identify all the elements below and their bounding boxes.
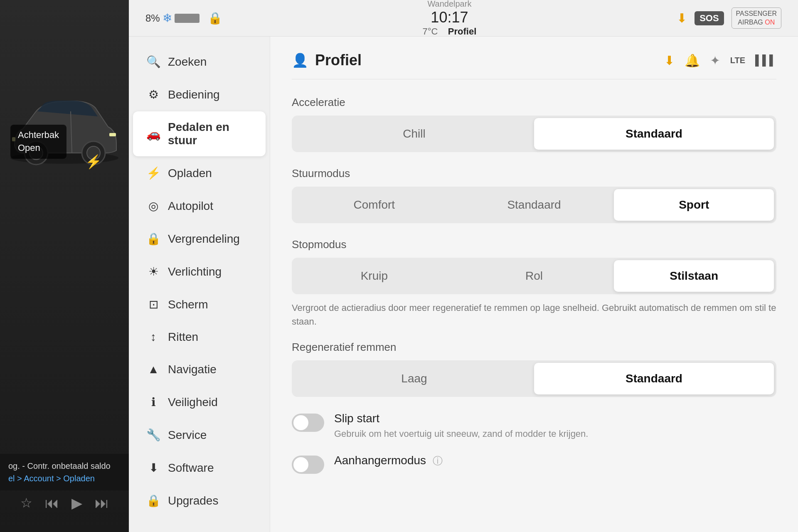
trunk-status: Achterbak Open <box>10 125 66 159</box>
standaard-accel-button[interactable]: Standaard <box>534 118 774 150</box>
slip-start-text: Slip start Gebruik om het voertuig uit s… <box>334 412 776 441</box>
stuurmodus-label: Stuurmodus <box>292 167 776 180</box>
lte-signal: LTE <box>730 56 745 65</box>
sidebar-item-bediening[interactable]: ⚙ Bediening <box>133 79 266 111</box>
sidebar-item-verlichting[interactable]: ☀ Verlichting <box>133 256 266 288</box>
profile-header: 👤 Profiel ⬇ 🔔 ✦ LTE ▌▌▌ <box>292 52 776 79</box>
stopmodus-label: Stopmodus <box>292 238 776 251</box>
location-text: Wandelpark <box>427 0 471 9</box>
sidebar-item-opladen[interactable]: ⚡ Opladen <box>133 157 266 189</box>
download-icon: ⬇ <box>677 11 687 25</box>
laag-button[interactable]: Laag <box>294 363 534 394</box>
regeneratief-label: Regeneratief remmen <box>292 341 776 354</box>
stopmodus-description: Vergroot de actieradius door meer regene… <box>292 301 776 328</box>
sidebar-item-software[interactable]: ⬇ Software <box>133 452 266 484</box>
stilstaan-button[interactable]: Stilstaan <box>614 260 774 292</box>
sidebar-item-zoeken[interactable]: 🔍 Zoeken <box>133 46 266 78</box>
regeneratief-group: Laag Standaard <box>292 360 776 397</box>
aanhanger-title: Aanhangermodus ⓘ <box>334 454 776 468</box>
opladen-icon: ⚡ <box>146 166 160 180</box>
profile-title: Profiel <box>315 52 362 69</box>
sos-button[interactable]: SOS <box>695 11 724 25</box>
upgrades-icon: 🔒 <box>146 494 160 507</box>
sidebar-item-scherm[interactable]: ⊡ Scherm <box>133 288 266 320</box>
scherm-icon: ⊡ <box>146 298 160 311</box>
slip-start-toggle[interactable] <box>292 414 324 432</box>
play-button[interactable]: ▶ <box>71 495 82 511</box>
comfort-button[interactable]: Comfort <box>294 189 454 221</box>
battery-bar <box>175 14 200 23</box>
sidebar: 🔍 Zoeken ⚙ Bediening 🚗 Pedalen en stuur … <box>129 37 270 532</box>
acceleratie-section: Acceleratie Chill Standaard <box>292 96 776 152</box>
lightning-icon: ⚡ <box>85 154 102 170</box>
acceleratie-group: Chill Standaard <box>292 116 776 152</box>
aanhanger-text: Aanhangermodus ⓘ <box>334 454 776 470</box>
svg-rect-6 <box>109 133 116 136</box>
slip-start-description: Gebruik om het voertuig uit sneeuw, zand… <box>334 428 776 441</box>
stopmodus-section: Stopmodus Kruip Rol Stilstaan Vergroot d… <box>292 238 776 328</box>
service-icon: 🔧 <box>146 428 160 442</box>
sidebar-item-pedalen[interactable]: 🚗 Pedalen en stuur <box>133 111 266 156</box>
info-icon[interactable]: ⓘ <box>433 455 443 466</box>
media-controls: ☆ ⏮ ▶ ⏭ <box>0 495 129 520</box>
car-panel: Achterbak Open ⚡ og. - Contr. onbetaald … <box>0 0 129 532</box>
sidebar-item-autopilot[interactable]: ◎ Autopilot <box>133 190 266 222</box>
payment-notice[interactable]: og. - Contr. onbetaald saldo el > Accoun… <box>0 454 129 490</box>
profile-title-row: 👤 Profiel <box>292 52 362 69</box>
autopilot-icon: ◎ <box>146 199 160 213</box>
acceleratie-label: Acceleratie <box>292 96 776 109</box>
sidebar-item-vergrendeling[interactable]: 🔒 Vergrendeling <box>133 223 266 255</box>
aanhanger-row: Aanhangermodus ⓘ <box>292 454 776 474</box>
chill-button[interactable]: Chill <box>294 118 534 150</box>
previous-button[interactable]: ⏮ <box>45 495 59 511</box>
sport-button[interactable]: Sport <box>614 189 774 221</box>
slip-start-title: Slip start <box>334 412 776 425</box>
search-icon: 🔍 <box>146 55 160 69</box>
status-right: ⬇ SOS PASSENGERAIRBAG ON <box>677 7 781 29</box>
software-icon: ⬇ <box>146 461 160 475</box>
header-icons: ⬇ 🔔 ✦ LTE ▌▌▌ <box>664 53 776 68</box>
status-left: 8% ❄ 🔒 <box>145 11 222 25</box>
stuurmodus-group: Comfort Standaard Sport <box>292 187 776 223</box>
stuurmodus-section: Stuurmodus Comfort Standaard Sport <box>292 167 776 223</box>
profile-icon: 👤 <box>292 52 308 68</box>
status-center: Wandelpark 10:17 7°C Profiel <box>422 0 476 37</box>
snowflake-icon: ❄ <box>163 11 172 25</box>
next-button[interactable]: ⏭ <box>95 495 109 511</box>
standaard-stuur-button[interactable]: Standaard <box>454 189 614 221</box>
status-bar: 8% ❄ 🔒 Wandelpark 10:17 7°C Profiel ⬇ SO… <box>129 0 798 37</box>
vergrendeling-icon: 🔒 <box>146 232 160 246</box>
navigatie-icon: ▲ <box>146 363 160 376</box>
stopmodus-group: Kruip Rol Stilstaan <box>292 258 776 294</box>
kruip-button[interactable]: Kruip <box>294 260 454 292</box>
main-content: 🔍 Zoeken ⚙ Bediening 🚗 Pedalen en stuur … <box>129 37 798 532</box>
car-image: Achterbak Open ⚡ <box>6 58 123 200</box>
bell-header-icon: 🔔 <box>685 53 700 68</box>
slip-start-row: Slip start Gebruik om het voertuig uit s… <box>292 412 776 441</box>
sidebar-item-navigatie[interactable]: ▲ Navigatie <box>133 354 266 385</box>
rol-button[interactable]: Rol <box>454 260 614 292</box>
signal-bars-icon: ▌▌▌ <box>755 54 776 66</box>
ritten-icon: ↕ <box>146 330 160 344</box>
sidebar-item-ritten[interactable]: ↕ Ritten <box>133 321 266 353</box>
sidebar-item-service[interactable]: 🔧 Service <box>133 419 266 451</box>
bluetooth-header-icon: ✦ <box>710 53 720 68</box>
standaard-regen-button[interactable]: Standaard <box>534 363 774 394</box>
sidebar-item-upgrades[interactable]: 🔒 Upgrades <box>133 485 266 517</box>
veiligheid-icon: ℹ <box>146 395 160 409</box>
regeneratief-section: Regeneratief remmen Laag Standaard <box>292 341 776 397</box>
lock-icon: 🔒 <box>208 11 222 25</box>
battery-status: 8% ❄ <box>145 11 200 25</box>
title-text: 7°C Profiel <box>422 26 476 37</box>
bediening-icon: ⚙ <box>146 88 160 101</box>
pedalen-icon: 🚗 <box>146 127 160 141</box>
verlichting-icon: ☀ <box>146 265 160 278</box>
sidebar-item-veiligheid[interactable]: ℹ Veiligheid <box>133 386 266 418</box>
favorite-button[interactable]: ☆ <box>20 495 32 511</box>
current-time: 10:17 <box>431 9 468 26</box>
download-header-icon: ⬇ <box>664 53 675 68</box>
content-panel: 👤 Profiel ⬇ 🔔 ✦ LTE ▌▌▌ Acceleratie Chil… <box>270 37 798 532</box>
airbag-status: PASSENGERAIRBAG ON <box>732 7 781 29</box>
aanhanger-toggle[interactable] <box>292 456 324 474</box>
